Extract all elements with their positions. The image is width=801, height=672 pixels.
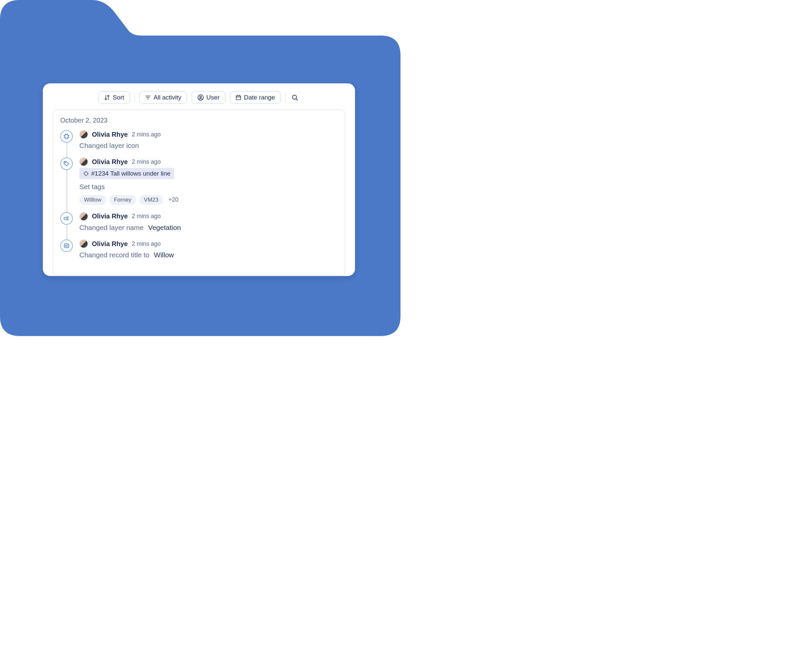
timeline-dot (60, 158, 73, 170)
feed-user: Olivia Rhye (92, 212, 128, 220)
tag-icon (63, 161, 70, 167)
divider (285, 93, 286, 101)
sort-icon (104, 95, 110, 100)
feed-description-line: Changed record title to Willow (79, 250, 338, 260)
timeline-dot (60, 240, 73, 252)
tag-chip[interactable]: Willlow (79, 195, 106, 205)
record-icon (63, 243, 70, 249)
svg-line-10 (296, 99, 298, 100)
feed-user: Olivia Rhye (92, 131, 128, 138)
user-filter-label: User (206, 94, 220, 101)
avatar (79, 158, 88, 166)
timeline-line (66, 143, 67, 158)
avatar (79, 240, 88, 248)
feed-item: Olivia Rhye 2 mins ago Changed layer ico… (60, 130, 338, 158)
date-range-label: Date range (244, 94, 275, 101)
feed-value: Willow (154, 251, 174, 259)
user-filter-button[interactable]: User (192, 91, 225, 104)
feed-item: Olivia Rhye 2 mins ago Changed layer nam… (60, 212, 338, 240)
timeline-dot (60, 212, 73, 225)
feed-description: Set tags (79, 182, 338, 191)
user-circle-icon (197, 94, 204, 101)
object-reference-text: #1234 Tall willows under line (91, 170, 170, 177)
date-range-button[interactable]: Date range (230, 91, 281, 104)
feed-item: Olivia Rhye 2 mins ago #1234 Tall willow… (60, 158, 338, 212)
calendar-icon (235, 95, 241, 100)
svg-rect-21 (84, 172, 88, 176)
feed-timestamp: 2 mins ago (132, 213, 161, 220)
tag-more-count[interactable]: +20 (168, 196, 179, 203)
feed-value: Vegetation (148, 223, 181, 231)
layer-cpu-icon (63, 133, 70, 140)
timeline-line (66, 225, 67, 240)
search-button[interactable] (290, 93, 299, 102)
tag-list: Willlow Forney VM23 +20 (79, 195, 338, 205)
timeline-dot (60, 130, 73, 143)
activity-filter-label: All activity (153, 94, 181, 101)
date-heading: October 2, 2023 (60, 117, 338, 124)
svg-point-20 (65, 162, 66, 163)
feed-description: Changed layer name (79, 223, 143, 231)
filter-icon (145, 95, 151, 100)
feed-user: Olivia Rhye (92, 158, 128, 166)
feed-user: Olivia Rhye (92, 240, 128, 248)
feed-timestamp: 2 mins ago (132, 241, 161, 248)
filter-bar: Sort All activity User Date range (53, 91, 345, 104)
feed-description-line: Changed layer name Vegetation (79, 223, 338, 232)
sort-button-label: Sort (113, 94, 124, 101)
activity-card: Sort All activity User Date range Octobe… (43, 84, 355, 276)
diamond-icon (83, 171, 88, 176)
avatar (79, 212, 88, 221)
feed-timestamp: 2 mins ago (132, 158, 161, 166)
tag-chip[interactable]: VM23 (139, 195, 163, 205)
feed-item: Olivia Rhye 2 mins ago Changed record ti… (60, 240, 338, 267)
avatar (79, 130, 88, 139)
rename-icon (63, 215, 70, 222)
svg-rect-11 (65, 135, 68, 138)
feed-description: Changed record title to (79, 251, 149, 259)
activity-filter-button[interactable]: All activity (139, 91, 187, 104)
feed-description: Changed layer icon (79, 141, 338, 150)
activity-feed-panel: October 2, 2023 Olivia Rhye 2 mins ago C… (53, 110, 345, 275)
svg-point-4 (199, 96, 201, 98)
svg-point-3 (198, 95, 203, 100)
svg-point-25 (65, 245, 66, 246)
svg-rect-22 (64, 217, 67, 219)
tag-chip[interactable]: Forney (109, 195, 136, 205)
feed-timestamp: 2 mins ago (132, 131, 161, 138)
search-icon (291, 94, 298, 101)
object-reference-chip[interactable]: #1234 Tall willows under line (79, 168, 174, 179)
svg-rect-5 (236, 96, 241, 100)
divider (134, 93, 135, 101)
sort-button[interactable]: Sort (98, 91, 130, 104)
timeline-line (66, 170, 67, 212)
